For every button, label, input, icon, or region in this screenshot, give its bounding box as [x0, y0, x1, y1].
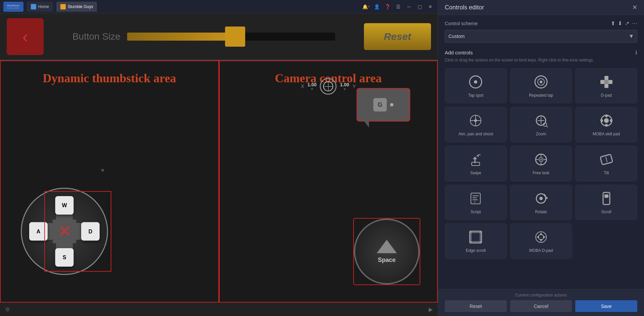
button-size-section: Button Size [50, 31, 357, 42]
settings-icon[interactable]: ⚙ [5, 306, 10, 313]
add-controls-info-icon[interactable]: ℹ [635, 49, 637, 56]
scheme-more-btn[interactable]: ⋯ [632, 20, 637, 27]
svg-point-4 [540, 81, 542, 83]
svg-marker-55 [543, 236, 546, 238]
tilt-icon [598, 151, 615, 168]
space-control[interactable]: Space [353, 218, 420, 285]
zoom-label: Zoom [536, 132, 546, 137]
edge-scroll-label: Edge scroll [466, 248, 486, 254]
config-actions-label: Current configuration actions [445, 293, 637, 298]
control-item-tilt[interactable]: Tilt [575, 146, 637, 181]
svg-rect-49 [480, 231, 482, 243]
add-controls-section: Add controls ℹ Click or drag the actions… [445, 49, 637, 259]
tab-home[interactable]: Home [27, 2, 53, 12]
crosshair-inner [323, 81, 333, 91]
control-item-dpad[interactable]: D-pad [575, 68, 637, 104]
bluestacks-logo: BlueStacks4.280.1.1002 [3, 2, 23, 12]
editor-title: Controls editor [445, 4, 484, 11]
x-coord-group: 1.00 ▼ [308, 82, 317, 91]
left-zone-title: Dynamic thumbstick area [43, 71, 176, 85]
config-cancel-button[interactable]: Cancel [510, 300, 572, 312]
control-item-tap-spot[interactable]: Tap spot [445, 68, 507, 104]
add-controls-title: Add controls [445, 50, 473, 55]
config-save-button[interactable]: Save [575, 300, 637, 312]
menu-btn[interactable]: ☰ [394, 3, 402, 11]
control-item-edge-scroll[interactable]: Edge scroll [445, 223, 507, 259]
editor-header: Controls editor ✕ [438, 0, 644, 15]
button-size-label: Button Size [72, 31, 120, 42]
svg-point-41 [539, 197, 543, 200]
control-item-moba-skill-pad[interactable]: MOBA skill pad [575, 107, 637, 142]
dpad-key-left: A [29, 222, 48, 241]
svg-rect-44 [604, 194, 608, 198]
swipe-label: Swipe [470, 171, 481, 176]
config-buttons: Reset Cancel Save [445, 300, 637, 312]
dpad-x-mark: ✕ [101, 168, 105, 173]
help-btn[interactable]: ❓ [383, 3, 391, 11]
aim-pan-shoot-icon [467, 112, 484, 129]
moba-skill-pad-label: MOBA skill pad [593, 132, 620, 137]
control-item-zoom[interactable]: Zoom [510, 107, 572, 142]
y-coord-value: 1.00 [340, 82, 349, 87]
svg-rect-48 [470, 231, 472, 243]
title-bar-controls: 🔔4 👤 ❓ ☰ ─ ▢ ✕ [362, 3, 434, 11]
add-controls-desc: Click or drag the actions on the screen … [445, 57, 637, 63]
button-size-slider[interactable] [127, 33, 335, 41]
control-item-free-look[interactable]: Free look [510, 146, 572, 181]
editor-close-button[interactable]: ✕ [632, 4, 637, 11]
zoom-icon [533, 112, 549, 129]
scheme-select[interactable]: Custom [445, 30, 637, 43]
chat-control[interactable]: G [357, 88, 410, 122]
close-btn[interactable]: ✕ [426, 3, 434, 11]
control-item-scroll[interactable]: Scroll [575, 185, 637, 220]
control-item-moba-dpad[interactable]: MOBA D-pad [510, 223, 572, 259]
svg-rect-5 [604, 76, 608, 80]
control-scheme-section: Control scheme ⬆ ⬇ ↗ ⋯ Custom ▼ [445, 20, 637, 43]
x-arrow-down: ▼ [310, 87, 314, 91]
chat-key-g: G [373, 98, 387, 111]
title-bar: BlueStacks4.280.1.1002 Home Stumble Guys… [0, 0, 438, 13]
repeated-tap-label: Repeated tap [529, 93, 553, 98]
back-button[interactable]: ‹ [7, 18, 44, 55]
notification-btn[interactable]: 🔔4 [362, 3, 370, 11]
control-item-script[interactable]: >_ Script [445, 185, 507, 220]
y-arrow-down: ▼ [343, 87, 346, 91]
slider-fill [127, 33, 235, 41]
dpad-key-up: W [55, 196, 74, 215]
config-reset-button[interactable]: Reset [445, 300, 507, 312]
control-item-aim-pan-shoot[interactable]: Aim, pan and shoot [445, 107, 507, 142]
control-item-swipe[interactable]: Swipe [445, 146, 507, 181]
svg-rect-9 [604, 80, 608, 84]
home-tab-icon [31, 4, 36, 9]
dpad-key-down: S [55, 248, 74, 267]
svg-point-21 [605, 115, 608, 117]
dpad-container: ✕ W S A D [21, 188, 108, 275]
slider-thumb[interactable] [225, 27, 245, 47]
reset-button[interactable]: Reset [364, 23, 431, 50]
space-circle: Space [354, 219, 420, 284]
space-label: Space [378, 257, 395, 264]
expand-icon[interactable]: ▶ [429, 306, 433, 313]
svg-point-13 [474, 119, 477, 122]
dpad-key-right: D [81, 222, 100, 241]
scheme-upload-btn[interactable]: ⬆ [611, 20, 615, 27]
stumble-guys-tab-icon [60, 4, 66, 9]
tab-stumble-guys[interactable]: Stumble Guys [56, 2, 97, 12]
editor-body: Control scheme ⬆ ⬇ ↗ ⋯ Custom ▼ Add cont… [438, 15, 644, 289]
crosshair-container: X 1.00 ▼ 1.00 ▼ Y [301, 78, 356, 95]
scheme-download-btn[interactable]: ⬇ [618, 20, 622, 27]
control-scheme-label: Control scheme ⬆ ⬇ ↗ ⋯ [445, 20, 637, 27]
control-item-repeated-tap[interactable]: Repeated tap [510, 68, 572, 104]
minimize-btn[interactable]: ─ [405, 3, 413, 11]
scheme-share-btn[interactable]: ↗ [625, 20, 629, 27]
svg-marker-54 [536, 236, 539, 238]
free-look-icon [533, 151, 549, 168]
main-game-area: BlueStacks4.280.1.1002 Home Stumble Guys… [0, 0, 438, 316]
svg-point-23 [600, 119, 603, 122]
crosshair-icon[interactable] [320, 78, 337, 95]
account-btn[interactable]: 👤 [373, 3, 381, 11]
svg-marker-52 [540, 232, 542, 235]
chat-dot [390, 103, 393, 106]
maximize-btn[interactable]: ▢ [416, 3, 424, 11]
control-item-rotate[interactable]: Rotate [510, 185, 572, 220]
